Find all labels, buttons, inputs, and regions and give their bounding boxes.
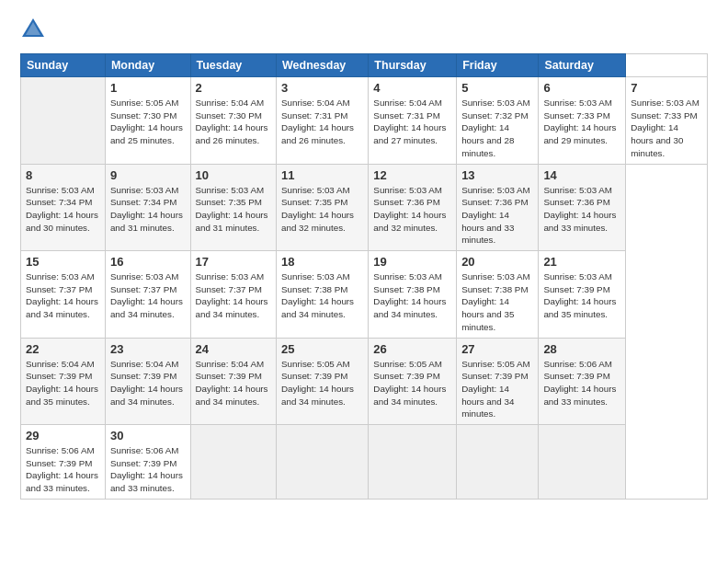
day-info: Sunrise: 5:05 AMSunset: 7:39 PMDaylight:…	[281, 359, 354, 407]
day-number: 15	[26, 255, 100, 269]
calendar-cell: 24 Sunrise: 5:04 AMSunset: 7:39 PMDaylig…	[190, 338, 277, 425]
day-info: Sunrise: 5:04 AMSunset: 7:39 PMDaylight:…	[196, 359, 268, 407]
calendar-cell: 4 Sunrise: 5:04 AMSunset: 7:31 PMDayligh…	[369, 77, 457, 165]
calendar-cell: 15 Sunrise: 5:03 AMSunset: 7:37 PMDaylig…	[21, 251, 106, 339]
calendar-cell: 7 Sunrise: 5:03 AMSunset: 7:33 PMDayligh…	[626, 77, 708, 165]
day-number: 26	[373, 342, 451, 356]
day-info: Sunrise: 5:03 AMSunset: 7:35 PMDaylight:…	[281, 185, 354, 233]
header	[20, 17, 708, 42]
day-info: Sunrise: 5:03 AMSunset: 7:34 PMDaylight:…	[110, 185, 183, 233]
day-info: Sunrise: 5:03 AMSunset: 7:33 PMDaylight:…	[631, 98, 700, 158]
day-header-friday: Friday	[457, 54, 539, 77]
calendar-cell	[277, 425, 369, 500]
day-number: 11	[281, 168, 363, 182]
calendar-cell: 28 Sunrise: 5:06 AMSunset: 7:39 PMDaylig…	[539, 338, 626, 425]
day-header-sunday: Sunday	[21, 54, 106, 77]
calendar-cell: 3 Sunrise: 5:04 AMSunset: 7:31 PMDayligh…	[277, 77, 369, 165]
calendar-body: 1 Sunrise: 5:05 AMSunset: 7:30 PMDayligh…	[21, 77, 708, 500]
calendar-cell: 6 Sunrise: 5:03 AMSunset: 7:33 PMDayligh…	[539, 77, 626, 165]
calendar-cell: 18 Sunrise: 5:03 AMSunset: 7:38 PMDaylig…	[277, 251, 369, 339]
day-number: 4	[373, 81, 451, 95]
day-info: Sunrise: 5:03 AMSunset: 7:37 PMDaylight:…	[26, 271, 98, 319]
calendar-cell: 21 Sunrise: 5:03 AMSunset: 7:39 PMDaylig…	[539, 251, 626, 339]
day-info: Sunrise: 5:03 AMSunset: 7:35 PMDaylight:…	[196, 185, 268, 233]
calendar-cell: 12 Sunrise: 5:03 AMSunset: 7:36 PMDaylig…	[369, 164, 457, 251]
calendar-cell: 26 Sunrise: 5:05 AMSunset: 7:39 PMDaylig…	[369, 338, 457, 425]
day-info: Sunrise: 5:03 AMSunset: 7:33 PMDaylight:…	[543, 98, 616, 145]
day-info: Sunrise: 5:03 AMSunset: 7:38 PMDaylight:…	[461, 271, 530, 332]
day-number: 8	[26, 168, 100, 182]
day-info: Sunrise: 5:03 AMSunset: 7:38 PMDaylight:…	[281, 271, 354, 319]
day-info: Sunrise: 5:06 AMSunset: 7:39 PMDaylight:…	[110, 445, 183, 493]
day-info: Sunrise: 5:05 AMSunset: 7:30 PMDaylight:…	[110, 98, 183, 145]
calendar-cell	[369, 425, 457, 500]
day-number: 17	[196, 255, 272, 269]
day-number: 23	[110, 342, 186, 356]
calendar-cell: 2 Sunrise: 5:04 AMSunset: 7:30 PMDayligh…	[190, 77, 277, 165]
calendar-cell: 29 Sunrise: 5:06 AMSunset: 7:39 PMDaylig…	[21, 425, 106, 500]
calendar-cell	[457, 425, 539, 500]
calendar-week-2: 8 Sunrise: 5:03 AMSunset: 7:34 PMDayligh…	[21, 164, 708, 251]
calendar-week-4: 22 Sunrise: 5:04 AMSunset: 7:39 PMDaylig…	[21, 338, 708, 425]
day-info: Sunrise: 5:04 AMSunset: 7:39 PMDaylight:…	[26, 359, 98, 407]
day-number: 22	[26, 342, 100, 356]
day-number: 12	[373, 168, 451, 182]
day-number: 1	[110, 81, 186, 95]
logo	[20, 17, 50, 42]
calendar-cell: 10 Sunrise: 5:03 AMSunset: 7:35 PMDaylig…	[190, 164, 277, 251]
calendar-cell: 1 Sunrise: 5:05 AMSunset: 7:30 PMDayligh…	[105, 77, 190, 165]
calendar-cell: 22 Sunrise: 5:04 AMSunset: 7:39 PMDaylig…	[21, 338, 106, 425]
calendar-week-3: 15 Sunrise: 5:03 AMSunset: 7:37 PMDaylig…	[21, 251, 708, 339]
calendar-cell: 23 Sunrise: 5:04 AMSunset: 7:39 PMDaylig…	[105, 338, 190, 425]
day-number: 13	[461, 168, 533, 182]
day-info: Sunrise: 5:04 AMSunset: 7:31 PMDaylight:…	[373, 98, 446, 145]
day-info: Sunrise: 5:03 AMSunset: 7:36 PMDaylight:…	[461, 185, 530, 246]
calendar-header-row: SundayMondayTuesdayWednesdayThursdayFrid…	[21, 54, 708, 77]
day-header-thursday: Thursday	[369, 54, 457, 77]
calendar-cell	[190, 425, 277, 500]
day-number: 25	[281, 342, 363, 356]
calendar-cell: 11 Sunrise: 5:03 AMSunset: 7:35 PMDaylig…	[277, 164, 369, 251]
day-info: Sunrise: 5:03 AMSunset: 7:34 PMDaylight:…	[26, 185, 98, 233]
day-number: 21	[543, 255, 620, 269]
calendar-cell: 25 Sunrise: 5:05 AMSunset: 7:39 PMDaylig…	[277, 338, 369, 425]
calendar-cell: 14 Sunrise: 5:03 AMSunset: 7:36 PMDaylig…	[539, 164, 626, 251]
day-header-monday: Monday	[105, 54, 190, 77]
day-info: Sunrise: 5:03 AMSunset: 7:37 PMDaylight:…	[196, 271, 268, 319]
calendar-cell: 27 Sunrise: 5:05 AMSunset: 7:39 PMDaylig…	[457, 338, 539, 425]
day-number: 18	[281, 255, 363, 269]
day-number: 19	[373, 255, 451, 269]
day-header-tuesday: Tuesday	[190, 54, 277, 77]
day-info: Sunrise: 5:05 AMSunset: 7:39 PMDaylight:…	[373, 359, 446, 407]
calendar-cell: 5 Sunrise: 5:03 AMSunset: 7:32 PMDayligh…	[457, 77, 539, 165]
day-info: Sunrise: 5:03 AMSunset: 7:36 PMDaylight:…	[373, 185, 446, 233]
day-info: Sunrise: 5:05 AMSunset: 7:39 PMDaylight:…	[461, 359, 530, 419]
day-number: 16	[110, 255, 186, 269]
day-info: Sunrise: 5:06 AMSunset: 7:39 PMDaylight:…	[543, 359, 616, 407]
day-number: 2	[196, 81, 272, 95]
calendar-week-1: 1 Sunrise: 5:05 AMSunset: 7:30 PMDayligh…	[21, 77, 708, 165]
calendar-cell	[539, 425, 626, 500]
calendar-cell: 9 Sunrise: 5:03 AMSunset: 7:34 PMDayligh…	[105, 164, 190, 251]
day-number: 30	[110, 429, 186, 442]
day-number: 9	[110, 168, 186, 182]
calendar-cell: 16 Sunrise: 5:03 AMSunset: 7:37 PMDaylig…	[105, 251, 190, 339]
calendar-cell: 19 Sunrise: 5:03 AMSunset: 7:38 PMDaylig…	[369, 251, 457, 339]
day-number: 27	[461, 342, 533, 356]
day-number: 6	[543, 81, 620, 95]
day-number: 3	[281, 81, 363, 95]
day-info: Sunrise: 5:03 AMSunset: 7:39 PMDaylight:…	[543, 271, 616, 319]
calendar-cell: 17 Sunrise: 5:03 AMSunset: 7:37 PMDaylig…	[190, 251, 277, 339]
calendar-cell: 8 Sunrise: 5:03 AMSunset: 7:34 PMDayligh…	[21, 164, 106, 251]
day-info: Sunrise: 5:03 AMSunset: 7:38 PMDaylight:…	[373, 271, 446, 319]
day-info: Sunrise: 5:06 AMSunset: 7:39 PMDaylight:…	[26, 445, 98, 493]
calendar-cell	[21, 77, 106, 165]
day-info: Sunrise: 5:03 AMSunset: 7:37 PMDaylight:…	[110, 271, 183, 319]
day-number: 5	[461, 81, 533, 95]
calendar-cell: 13 Sunrise: 5:03 AMSunset: 7:36 PMDaylig…	[457, 164, 539, 251]
day-info: Sunrise: 5:03 AMSunset: 7:32 PMDaylight:…	[461, 98, 530, 158]
calendar-week-5: 29 Sunrise: 5:06 AMSunset: 7:39 PMDaylig…	[21, 425, 708, 500]
day-number: 24	[196, 342, 272, 356]
calendar-cell: 20 Sunrise: 5:03 AMSunset: 7:38 PMDaylig…	[457, 251, 539, 339]
day-info: Sunrise: 5:04 AMSunset: 7:39 PMDaylight:…	[110, 359, 183, 407]
